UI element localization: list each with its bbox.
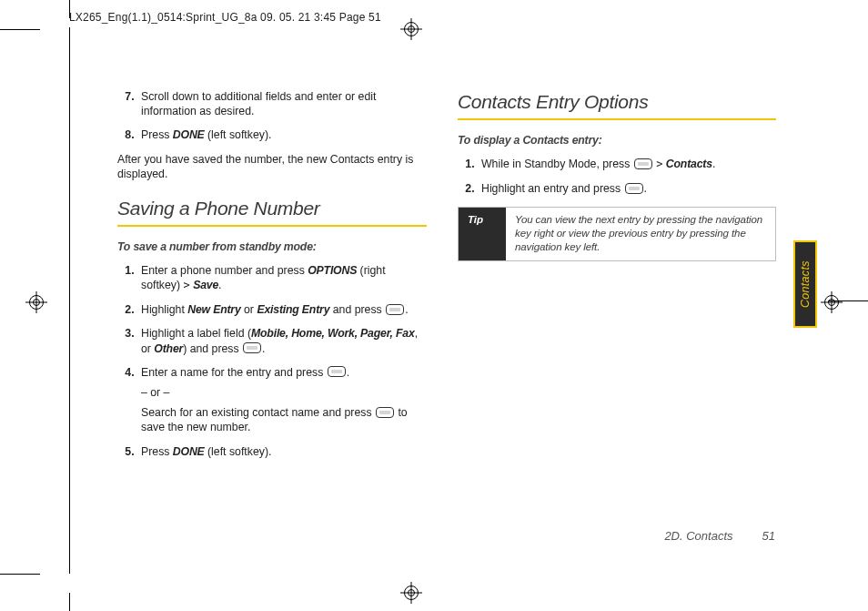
menu-ok-key-icon <box>634 158 652 169</box>
step-item: Enter a name for the entry and press .– … <box>137 365 427 435</box>
step-item: Highlight a label field (Mobile, Home, W… <box>137 326 427 355</box>
tip-text: You can view the next entry by pressing … <box>506 208 775 260</box>
display-contact-steps: While in Standby Mode, press > Contacts.… <box>458 157 776 196</box>
heading-rule <box>117 225 427 227</box>
crop-mark <box>0 29 40 30</box>
step-item: Highlight New Entry or Existing Entry an… <box>137 302 427 317</box>
save-number-steps: Enter a phone number and press OPTIONS (… <box>117 263 427 459</box>
left-column: Scroll down to additional fields and ent… <box>117 89 427 468</box>
menu-ok-key-icon <box>328 366 346 377</box>
intro-save-number: To save a number from standby mode: <box>117 239 427 254</box>
registration-mark-icon <box>400 582 422 604</box>
crop-mark <box>69 593 70 611</box>
menu-ok-key-icon <box>243 342 261 353</box>
step-item: Press DONE (left softkey). <box>137 127 427 142</box>
registration-mark-icon <box>25 291 47 313</box>
menu-ok-key-icon <box>376 407 394 418</box>
thumb-tab-contacts: Contacts <box>793 240 817 328</box>
step-item: Highlight an entry and press . <box>478 181 776 196</box>
heading-contacts-entry-options: Contacts Entry Options <box>458 89 776 115</box>
step-item: While in Standby Mode, press > Contacts. <box>478 157 776 172</box>
ui-key-label: OPTIONS <box>308 264 357 277</box>
page-footer: 2D. Contacts 51 <box>70 529 797 543</box>
ui-key-label: Mobile, Home, Work, Pager, Fax <box>251 327 415 340</box>
menu-ok-key-icon <box>625 183 643 194</box>
ui-key-label: Contacts <box>666 158 712 170</box>
step-item: Scroll down to additional fields and ent… <box>137 89 427 118</box>
tip-label: Tip <box>459 208 506 260</box>
ui-key-label: DONE <box>173 128 205 141</box>
continuation-steps: Scroll down to additional fields and ent… <box>117 89 427 143</box>
crop-mark <box>0 574 40 575</box>
ui-key-label: Save <box>193 279 218 291</box>
breadcrumb-sep-icon: > <box>183 279 189 291</box>
tip-box: Tip You can view the next entry by press… <box>458 207 776 261</box>
step-subline: – or – <box>141 385 427 400</box>
intro-display-contact: To display a Contacts entry: <box>458 133 776 148</box>
menu-ok-key-icon <box>386 304 404 315</box>
ui-key-label: Existing Entry <box>257 303 329 316</box>
footer-page-number: 51 <box>762 529 775 543</box>
step-item: Enter a phone number and press OPTIONS (… <box>137 263 427 293</box>
breadcrumb-sep-icon: > <box>656 158 662 170</box>
ui-key-label: New Entry <box>187 303 240 316</box>
footer-section: 2D. Contacts <box>664 529 732 543</box>
ui-key-label: Other <box>154 342 183 355</box>
step-item: Press DONE (left softkey). <box>137 444 427 459</box>
step-subline: Search for an existing contact name and … <box>141 405 427 434</box>
running-head: LX265_Eng(1.1)_0514:Sprint_UG_8a 09. 05.… <box>69 11 381 24</box>
registration-mark-icon <box>821 291 843 313</box>
right-column: Contacts Entry Options To display a Cont… <box>458 89 776 468</box>
heading-rule <box>458 118 776 120</box>
ui-key-label: DONE <box>173 445 205 458</box>
after-save-note: After you have saved the number, the new… <box>117 152 427 181</box>
page-frame: Scroll down to additional fields and ent… <box>69 27 797 574</box>
heading-saving-phone-number: Saving a Phone Number <box>117 196 427 221</box>
